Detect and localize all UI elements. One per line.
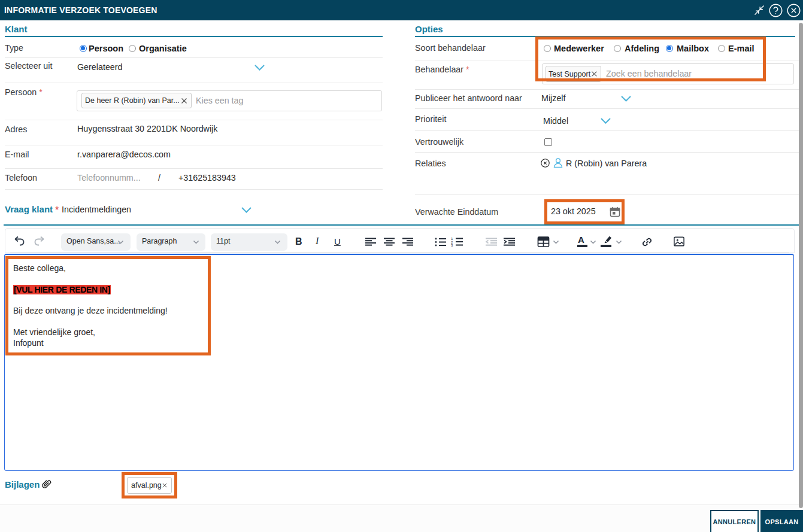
svg-text:3: 3: [451, 244, 453, 247]
